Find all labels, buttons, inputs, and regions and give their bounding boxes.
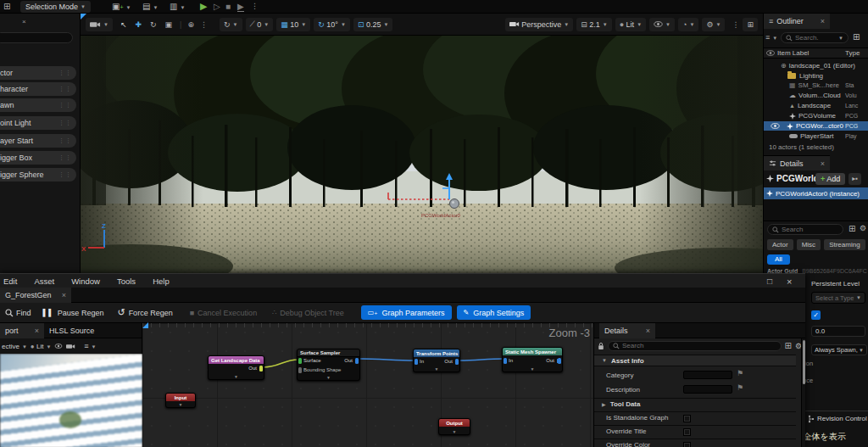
surface-snap-dropdown[interactable]: ↻▼ — [220, 18, 242, 31]
instance-row[interactable]: PCGWorldActor0 (Instance) — [764, 187, 868, 199]
close-icon[interactable]: × — [22, 18, 26, 25]
viewport-options-icon[interactable]: ⋮ — [732, 20, 739, 29]
maximize-viewport-icon[interactable]: ⊞ — [743, 18, 758, 31]
output-pin[interactable] — [455, 359, 459, 365]
eye-icon[interactable] — [766, 50, 775, 56]
drag-handle[interactable]: ⋮⋮ — [58, 102, 72, 109]
preview-menu-icon[interactable]: ≡▼ — [84, 342, 96, 350]
override-color-checkbox[interactable] — [683, 442, 691, 447]
show-flags-dropdown[interactable]: ▼ — [649, 18, 675, 31]
scrollbar-thumb[interactable] — [803, 340, 805, 384]
cancel-execution-button[interactable]: ■ Cancel Execution — [190, 309, 257, 317]
output-pin[interactable] — [259, 366, 263, 372]
node-static-mesh-spawner[interactable]: Static Mesh Spawner In Out ▼ — [502, 347, 563, 372]
debug-object-tree-button[interactable]: ∴ Debug Object Tree — [272, 309, 344, 317]
place-actor-item[interactable]: igger Box⋮⋮ — [0, 151, 76, 165]
outliner-row[interactable]: ⊕landscape_01 (Editor) — [764, 61, 868, 70]
outliner-row[interactable]: ▲LandscapeLanc — [764, 101, 868, 110]
details-search-input[interactable]: Search — [767, 224, 843, 235]
collapse-chevron-icon[interactable]: ▼ — [209, 374, 264, 379]
add-component-button[interactable]: +Add — [815, 173, 845, 185]
node-input[interactable]: Input ▼ — [165, 393, 196, 408]
category-field[interactable] — [683, 371, 732, 379]
outliner-row[interactable]: PCGVolumePCG — [764, 111, 868, 120]
graph-settings-button[interactable]: ✎ Graph Settings — [457, 305, 531, 320]
menu-window[interactable]: Window — [71, 277, 100, 286]
viewport-scene[interactable]: PCGWorldActor0 Z X — [81, 36, 763, 273]
place-actor-item[interactable]: ayer Start⋮⋮ — [0, 134, 76, 148]
blueprints-icon[interactable]: ▤▼ — [142, 2, 158, 11]
drag-handle[interactable]: ⋮⋮ — [58, 171, 72, 178]
screen-percentage-dropdown[interactable]: ⊟ 2.1▼ — [576, 18, 612, 31]
drag-handle[interactable]: ⋮⋮ — [58, 86, 72, 92]
drag-handle[interactable]: ⋮⋮ — [58, 154, 72, 161]
blueprint-convert-icon[interactable]: ▸▪ — [849, 173, 861, 185]
close-icon[interactable]: × — [646, 327, 650, 335]
viewport-settings-dropdown[interactable]: ⚙▼ — [702, 18, 725, 31]
preview-perspective-dropdown[interactable]: ective▼ — [2, 343, 27, 350]
close-icon[interactable]: × — [821, 17, 825, 25]
camera-speed-dropdown[interactable]: ▼ — [86, 18, 113, 31]
select-type-dropdown[interactable]: Select a Type▼ — [811, 292, 865, 304]
input-pin-surface[interactable] — [298, 358, 302, 364]
find-button[interactable]: Find — [5, 309, 31, 317]
tab-outliner[interactable]: ≡Outliner × — [764, 14, 830, 29]
place-actor-item[interactable]: awn⋮⋮ — [0, 98, 76, 112]
outliner-row[interactable]: ☁Volum...CloudVolu — [764, 91, 868, 100]
spawn-checkbox[interactable]: ✓ — [811, 310, 821, 320]
perspective-dropdown[interactable]: Perspective▼ — [505, 18, 574, 31]
stop-button[interactable]: ■ — [225, 2, 231, 11]
lock-icon[interactable] — [598, 342, 604, 350]
editor-menu-icon[interactable]: ⊞ — [3, 3, 10, 11]
node-transform-points[interactable]: Transform Points In Out ▼ — [413, 349, 460, 372]
place-actor-item[interactable]: ctor⋮⋮ — [0, 66, 76, 80]
close-icon[interactable]: × — [821, 159, 825, 168]
tab-pcg-forestgen[interactable]: G_ForestGen × — [0, 288, 71, 303]
pause-regen-button[interactable]: ▌▌ Pause Regen — [43, 309, 104, 317]
preview-lit-dropdown[interactable]: ● Lit▼ — [31, 343, 51, 350]
section-tool-data[interactable]: ▶Tool Data — [594, 398, 796, 410]
viewmode-dropdown[interactable]: ◔▼ — [678, 18, 698, 31]
graph-parameters-button[interactable]: ▭₊ Graph Parameters — [361, 305, 452, 320]
menu-edit[interactable]: Edit — [3, 277, 17, 286]
filter-all-chip[interactable]: All — [767, 254, 790, 265]
column-item-label[interactable]: Item Label — [777, 49, 809, 57]
node-get-landscape-data[interactable]: Get Landscape Data Out ▼ — [208, 355, 264, 380]
place-actor-item[interactable]: oint Light⋮⋮ — [0, 116, 76, 130]
flag-icon[interactable]: ⚑ — [737, 383, 743, 392]
tab-viewport[interactable]: port × — [0, 323, 44, 338]
tab-hlsl-source[interactable]: HLSL Source — [44, 323, 103, 338]
scrollbar[interactable] — [801, 338, 805, 447]
add-actor-icon[interactable]: ⊞ — [853, 32, 860, 42]
flag-icon[interactable]: ⚑ — [737, 369, 743, 377]
override-title-checkbox[interactable] — [683, 428, 691, 436]
place-actors-search-input[interactable] — [0, 32, 73, 43]
node-output[interactable]: Output ▼ — [438, 418, 470, 435]
outliner-row[interactable]: ▦SM_Sk...hereSta — [764, 81, 868, 90]
drag-handle[interactable]: ⋮⋮ — [58, 120, 72, 126]
section-asset-info[interactable]: ▼Asset Info — [594, 355, 796, 366]
move-tool-icon[interactable]: ✚ — [136, 20, 142, 29]
outliner-row-selected[interactable]: PCGWor...ctor0PCG — [764, 121, 868, 131]
place-actor-item[interactable]: haracter⋮⋮ — [0, 82, 76, 96]
input-pin[interactable] — [504, 358, 507, 364]
scale-tool-icon[interactable]: ▣ — [165, 20, 173, 29]
force-regen-button[interactable]: ↺ Force Regen — [117, 307, 172, 318]
menu-asset[interactable]: Asset — [34, 277, 54, 286]
revision-control-button[interactable]: Revision Control — [804, 411, 868, 426]
tab-misc[interactable]: Misc — [797, 239, 821, 250]
close-icon[interactable]: × — [62, 291, 66, 299]
display-options-icon[interactable]: ⊞ — [785, 341, 792, 350]
collapse-chevron-icon[interactable]: ▼ — [439, 429, 470, 434]
rotation-snap-dropdown[interactable]: ↻ 10°▼ — [314, 18, 350, 31]
place-actor-item[interactable]: igger Sphere⋮⋮ — [0, 168, 76, 182]
description-field[interactable] — [683, 385, 732, 394]
maximize-window-icon[interactable]: □ — [767, 277, 772, 286]
drag-handle[interactable]: ⋮⋮ — [58, 70, 72, 76]
graph-details-search-input[interactable]: Search — [608, 341, 782, 351]
preview-camera-icon[interactable] — [66, 344, 75, 349]
value-field[interactable]: 0.0 — [811, 326, 865, 337]
preview-show-icon[interactable] — [54, 344, 63, 349]
component-tree-area[interactable] — [764, 199, 868, 221]
frame-skip-button[interactable]: ▷ — [214, 2, 220, 11]
